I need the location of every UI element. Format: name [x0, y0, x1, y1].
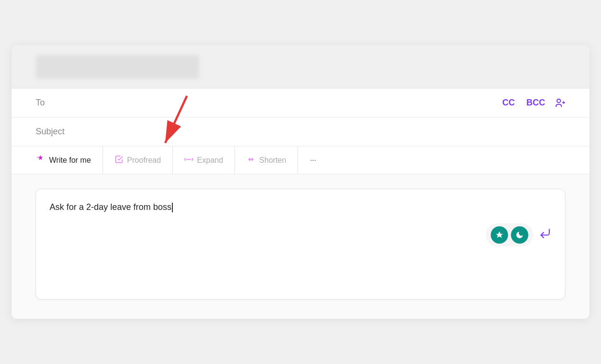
email-body-area: Ask for a 2-day leave from boss — [12, 174, 589, 319]
expand-icon — [184, 155, 193, 166]
top-redacted-area — [12, 45, 589, 89]
gem-icon[interactable] — [491, 226, 508, 244]
proofread-label: Proofread — [127, 156, 161, 165]
ai-toolbar: Write for me Proofread — [12, 146, 589, 174]
shorten-label: Shorten — [259, 156, 286, 165]
proofread-icon — [115, 155, 123, 166]
bcc-button[interactable]: BCC — [524, 98, 547, 108]
expand-label: Expand — [197, 156, 223, 165]
write-for-me-button[interactable]: Write for me — [36, 146, 103, 174]
to-label: To — [36, 98, 74, 108]
icon-cluster — [486, 223, 533, 247]
svg-point-0 — [557, 99, 561, 102]
submit-button[interactable] — [539, 227, 551, 243]
more-label: ··· — [310, 156, 316, 165]
subject-row: Subject — [12, 117, 589, 146]
compose-box[interactable]: Ask for a 2-day leave from boss — [36, 189, 565, 299]
text-cursor — [172, 203, 173, 212]
cc-button[interactable]: CC — [500, 98, 517, 108]
proofread-button[interactable]: Proofread — [103, 146, 173, 174]
to-actions: CC BCC — [500, 98, 565, 108]
subject-label: Subject — [36, 127, 74, 137]
redacted-content — [36, 55, 199, 79]
email-compose-window: To CC BCC Subject — [12, 45, 589, 319]
to-row: To CC BCC — [12, 89, 589, 117]
to-input[interactable] — [74, 99, 500, 107]
moon-icon[interactable] — [511, 226, 528, 244]
compose-footer — [50, 223, 551, 247]
compose-text: Ask for a 2-day leave from boss — [50, 201, 551, 214]
shorten-button[interactable]: Shorten — [235, 146, 298, 174]
expand-button[interactable]: Expand — [173, 146, 235, 174]
add-person-button[interactable] — [555, 98, 565, 108]
subject-input[interactable] — [74, 128, 565, 136]
more-options-button[interactable]: ··· — [298, 146, 327, 174]
write-for-me-label: Write for me — [49, 156, 91, 165]
sparkle-icon — [36, 154, 45, 166]
shorten-icon — [247, 155, 255, 166]
